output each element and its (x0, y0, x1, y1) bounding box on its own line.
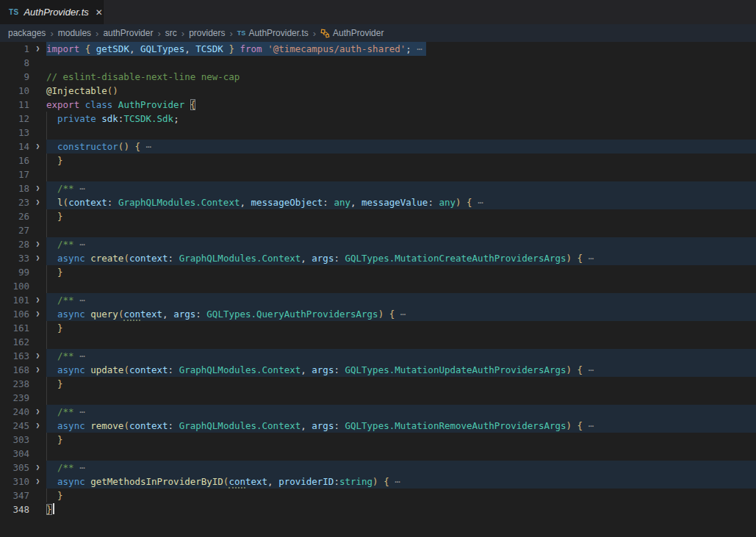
line-number[interactable]: 106 (0, 307, 29, 321)
fold-chevron-icon[interactable]: ❯ (29, 475, 46, 489)
code-line[interactable]: 1❯import { getSDK, GQLTypes, TCSDK } fro… (0, 42, 756, 56)
line-number[interactable]: 239 (0, 391, 29, 405)
code-content[interactable] (46, 223, 756, 237)
code-line[interactable]: 16 } (0, 154, 756, 167)
code-content[interactable]: /** ⋯ (46, 461, 756, 475)
code-content[interactable]: /** ⋯ (46, 349, 756, 363)
code-content[interactable]: } (46, 265, 756, 279)
code-content[interactable]: async update(context: GraphQLModules.Con… (46, 363, 756, 377)
code-content[interactable]: async create(context: GraphQLModules.Con… (46, 251, 756, 265)
line-number[interactable]: 162 (0, 335, 29, 349)
code-line[interactable]: 347 } (0, 489, 756, 502)
code-line[interactable]: 23❯ l(context: GraphQLModules.Context, m… (0, 195, 756, 209)
code-line[interactable]: 12 private sdk:TCSDK.Sdk; (0, 112, 756, 126)
line-number[interactable]: 245 (0, 419, 29, 433)
code-content[interactable]: } (46, 502, 756, 516)
code-content[interactable]: async query(context, args: GQLTypes.Quer… (46, 307, 756, 321)
code-line[interactable]: 26 } (0, 209, 756, 223)
code-line[interactable]: 18❯ /** ⋯ (0, 181, 756, 195)
breadcrumb-item-authprovider[interactable]: authProvider (103, 28, 153, 38)
code-line[interactable]: 101❯ /** ⋯ (0, 293, 756, 307)
code-line[interactable]: 106❯ async query(context, args: GQLTypes… (0, 307, 756, 321)
code-content[interactable] (46, 279, 756, 293)
code-content[interactable]: } (46, 377, 756, 391)
code-line[interactable]: 305❯ /** ⋯ (0, 461, 756, 475)
code-line[interactable]: 10@Injectable() (0, 84, 756, 98)
code-line[interactable]: 238 } (0, 377, 756, 391)
code-editor[interactable]: 1❯import { getSDK, GQLTypes, TCSDK } fro… (0, 42, 756, 537)
code-content[interactable]: } (46, 321, 756, 335)
line-number[interactable]: 163 (0, 349, 29, 363)
code-line[interactable]: 163❯ /** ⋯ (0, 349, 756, 363)
fold-chevron-icon[interactable]: ❯ (29, 363, 46, 377)
code-content[interactable]: import { getSDK, GQLTypes, TCSDK } from … (46, 42, 756, 56)
fold-chevron-icon[interactable]: ❯ (29, 195, 46, 209)
fold-chevron-icon[interactable]: ❯ (29, 461, 46, 475)
code-line[interactable]: 14❯ constructor() { ⋯ (0, 140, 756, 154)
breadcrumb-item-providers[interactable]: providers (189, 28, 225, 38)
code-line[interactable]: 8 (0, 56, 756, 70)
line-number[interactable]: 12 (0, 112, 29, 126)
code-content[interactable]: @Injectable() (46, 84, 756, 98)
fold-chevron-icon[interactable]: ❯ (29, 293, 46, 307)
line-number[interactable]: 11 (0, 98, 29, 112)
line-number[interactable]: 10 (0, 84, 29, 98)
line-number[interactable]: 101 (0, 293, 29, 307)
code-content[interactable]: async remove(context: GraphQLModules.Con… (46, 419, 756, 433)
line-number[interactable]: 18 (0, 181, 29, 195)
line-number[interactable]: 1 (0, 42, 29, 56)
code-content[interactable] (46, 56, 756, 70)
fold-chevron-icon[interactable]: ❯ (29, 181, 46, 195)
line-number[interactable]: 99 (0, 265, 29, 279)
fold-chevron-icon[interactable]: ❯ (29, 251, 46, 265)
code-line[interactable]: 245❯ async remove(context: GraphQLModule… (0, 419, 756, 433)
line-number[interactable]: 305 (0, 461, 29, 475)
code-line[interactable]: 100 (0, 279, 756, 293)
line-number[interactable]: 8 (0, 56, 29, 70)
line-number[interactable]: 168 (0, 363, 29, 377)
code-line[interactable]: 162 (0, 335, 756, 349)
code-content[interactable]: private sdk:TCSDK.Sdk; (46, 112, 756, 126)
code-line[interactable]: 13 (0, 126, 756, 140)
code-content[interactable]: async getMethodsInProviderByID(context, … (46, 475, 756, 489)
code-content[interactable]: constructor() { ⋯ (46, 140, 756, 154)
fold-chevron-icon[interactable]: ❯ (29, 237, 46, 251)
code-line[interactable]: 28❯ /** ⋯ (0, 237, 756, 251)
breadcrumb-item-authprovider[interactable]: AuthProvider (320, 28, 384, 38)
line-number[interactable]: 33 (0, 251, 29, 265)
code-line[interactable]: 33❯ async create(context: GraphQLModules… (0, 251, 756, 265)
code-line[interactable]: 17 (0, 167, 756, 181)
code-line[interactable]: 303 } (0, 433, 756, 447)
code-line[interactable]: 99 } (0, 265, 756, 279)
line-number[interactable]: 17 (0, 167, 29, 181)
line-number[interactable]: 240 (0, 405, 29, 419)
code-content[interactable]: } (46, 433, 756, 447)
code-line[interactable]: 11export class AuthProvider { (0, 98, 756, 112)
code-content[interactable]: export class AuthProvider { (46, 98, 756, 112)
line-number[interactable]: 16 (0, 154, 29, 167)
code-content[interactable]: } (46, 154, 756, 167)
code-content[interactable] (46, 126, 756, 140)
breadcrumb-item-src[interactable]: src (165, 28, 177, 38)
line-number[interactable]: 310 (0, 475, 29, 489)
code-line[interactable]: 27 (0, 223, 756, 237)
fold-chevron-icon[interactable]: ❯ (29, 419, 46, 433)
line-number[interactable]: 238 (0, 377, 29, 391)
code-content[interactable]: /** ⋯ (46, 293, 756, 307)
breadcrumb-item-authprovider.ts[interactable]: TSAuthProvider.ts (237, 28, 309, 38)
code-content[interactable]: l(context: GraphQLModules.Context, messa… (46, 195, 756, 209)
code-content[interactable]: /** ⋯ (46, 181, 756, 195)
code-content[interactable]: /** ⋯ (46, 237, 756, 251)
code-line[interactable]: 240❯ /** ⋯ (0, 405, 756, 419)
code-line[interactable]: 310❯ async getMethodsInProviderByID(cont… (0, 475, 756, 489)
line-number[interactable]: 303 (0, 433, 29, 447)
code-content[interactable] (46, 167, 756, 181)
code-line[interactable]: 304 (0, 447, 756, 461)
breadcrumb-item-packages[interactable]: packages (8, 28, 46, 38)
fold-chevron-icon[interactable]: ❯ (29, 307, 46, 321)
line-number[interactable]: 14 (0, 140, 29, 154)
close-icon[interactable]: ✕ (96, 7, 103, 18)
code-line[interactable]: 161 } (0, 321, 756, 335)
line-number[interactable]: 23 (0, 195, 29, 209)
line-number[interactable]: 28 (0, 237, 29, 251)
